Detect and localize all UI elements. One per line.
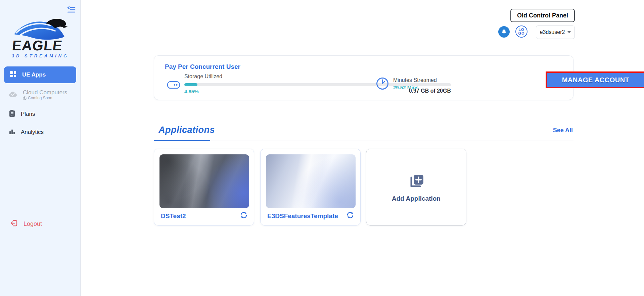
add-application-card[interactable]: Add Application bbox=[366, 149, 466, 226]
app-card-dstest2[interactable]: DSTest2 bbox=[154, 149, 254, 226]
sidebar-item-label: Analytics bbox=[21, 129, 44, 136]
app-title[interactable]: E3DSFeaturesTemplate bbox=[267, 212, 338, 220]
main-content: Old Control Panel LO GO e3dsuser2 Pay Pe… bbox=[81, 0, 644, 296]
user-menu-dropdown[interactable]: e3dsuser2 bbox=[536, 26, 575, 39]
logout-button[interactable]: Logout bbox=[10, 219, 42, 229]
coming-soon-icon bbox=[23, 96, 27, 100]
app-thumbnail[interactable] bbox=[159, 154, 249, 208]
eagle-waves-icon bbox=[14, 19, 68, 40]
old-control-panel-button[interactable]: Old Control Panel bbox=[510, 9, 575, 22]
sidebar-item-plans[interactable]: Plans bbox=[0, 106, 80, 122]
minutes-streamed-value: 29.52 Mins bbox=[393, 85, 419, 90]
manage-account-button[interactable]: MANAGE ACCOUNT bbox=[547, 73, 644, 87]
brand-logo-badge[interactable]: LO GO bbox=[515, 26, 527, 38]
cloud-check-icon bbox=[9, 91, 17, 99]
add-application-label: Add Application bbox=[392, 195, 441, 202]
see-all-link[interactable]: See All bbox=[553, 127, 573, 134]
grid-icon bbox=[9, 70, 17, 80]
sidebar-item-label: UE Apps bbox=[22, 71, 46, 78]
username-label: e3dsuser2 bbox=[540, 29, 565, 35]
logout-label: Logout bbox=[24, 220, 42, 228]
app-card-e3dsfeaturestemplate[interactable]: E3DSFeaturesTemplate bbox=[260, 149, 361, 226]
sidebar-item-label: Cloud Computers bbox=[23, 89, 67, 96]
chevron-down-icon bbox=[567, 31, 571, 33]
manage-account-highlight: MANAGE ACCOUNT bbox=[546, 71, 644, 88]
logo-subtitle-text: 3D STREAMING bbox=[11, 53, 68, 58]
notifications-button[interactable] bbox=[498, 26, 510, 38]
clipboard-icon bbox=[9, 109, 15, 119]
eagle-logo: EAGLE 3D STREAMING bbox=[10, 17, 71, 61]
minutes-streamed-label: Minutes Streamed bbox=[393, 77, 437, 83]
refresh-icon[interactable] bbox=[346, 211, 354, 220]
app-title[interactable]: DSTest2 bbox=[161, 212, 186, 220]
applications-header: Applications See All bbox=[154, 124, 573, 141]
sidebar-divider bbox=[0, 148, 80, 148]
storage-icon bbox=[167, 80, 180, 91]
sidebar-item-ue-apps[interactable]: UE Apps bbox=[4, 66, 76, 83]
storage-percent: 4.85% bbox=[184, 89, 199, 94]
add-application-icon bbox=[407, 172, 425, 192]
logo-badge-text: GO bbox=[518, 32, 524, 35]
refresh-icon[interactable] bbox=[240, 211, 248, 220]
plan-title: Pay Per Concurrent User bbox=[165, 63, 240, 70]
app-thumbnail[interactable] bbox=[266, 154, 356, 208]
bar-chart-icon bbox=[9, 128, 15, 137]
bell-icon bbox=[501, 29, 507, 35]
logout-icon bbox=[10, 219, 18, 229]
account-summary-card: Pay Per Concurrent User Storage Utilized… bbox=[154, 55, 573, 100]
applications-title-underline bbox=[154, 140, 210, 141]
clock-icon bbox=[376, 77, 389, 92]
storage-progress-fill bbox=[184, 83, 197, 86]
sidebar-item-analytics[interactable]: Analytics bbox=[0, 124, 80, 140]
collapse-sidebar-icon[interactable] bbox=[66, 5, 76, 14]
sidebar: EAGLE 3D STREAMING UE Apps bbox=[0, 0, 81, 296]
storage-utilized-label: Storage Utilized bbox=[184, 73, 222, 80]
logo-title-text: EAGLE bbox=[11, 38, 63, 53]
sidebar-item-label: Plans bbox=[21, 111, 35, 117]
sidebar-item-cloud-computers: Cloud Computers Coming Soon bbox=[0, 85, 80, 105]
sidebar-nav: UE Apps Cloud Computers Coming Soon bbox=[0, 66, 80, 148]
coming-soon-badge: Coming Soon bbox=[23, 96, 67, 101]
applications-title: Applications bbox=[158, 125, 215, 135]
